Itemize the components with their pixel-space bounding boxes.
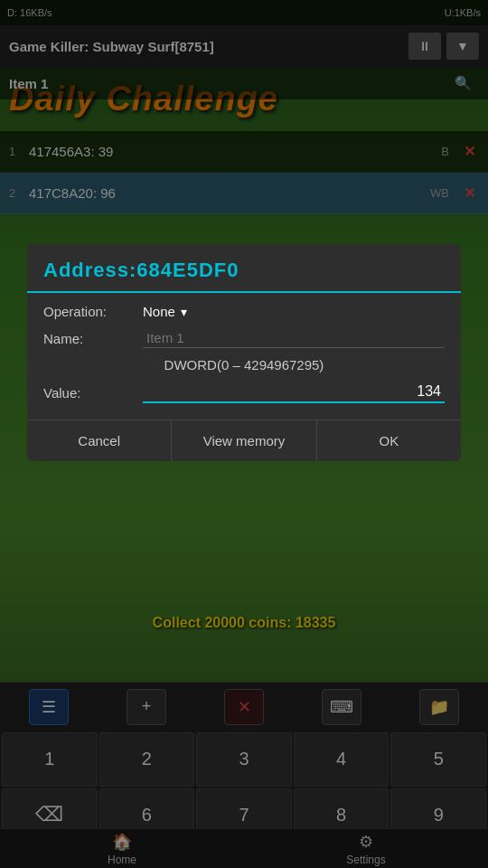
dialog-body: Operation: None ▾ Name: DWORD(0 – 429496…: [27, 293, 461, 420]
dialog-address-section: Address:684E5DF0: [27, 244, 461, 293]
name-label: Name:: [43, 331, 143, 346]
value-label: Value:: [43, 385, 143, 401]
dialog-value-row: Value:: [43, 382, 445, 403]
view-memory-button[interactable]: View memory: [172, 420, 316, 461]
operation-dropdown[interactable]: None ▾: [143, 304, 445, 319]
ok-button[interactable]: OK: [317, 420, 461, 461]
dialog-type-row: DWORD(0 – 4294967295): [43, 357, 445, 373]
dialog-address-text: Address:684E5DF0: [43, 259, 239, 281]
operation-label: Operation:: [43, 304, 143, 319]
dialog-buttons: Cancel View memory OK: [27, 420, 461, 461]
dialog: Address:684E5DF0 Operation: None ▾ Name:…: [27, 244, 461, 461]
dialog-operation-row: Operation: None ▾: [43, 304, 445, 319]
type-text: DWORD(0 – 4294967295): [164, 357, 324, 373]
value-input[interactable]: [143, 382, 445, 403]
operation-value: None: [143, 304, 175, 319]
dialog-name-row: Name:: [43, 328, 445, 348]
cancel-button[interactable]: Cancel: [27, 420, 172, 461]
name-input[interactable]: [143, 328, 445, 348]
chevron-down-icon: ▾: [181, 305, 187, 319]
